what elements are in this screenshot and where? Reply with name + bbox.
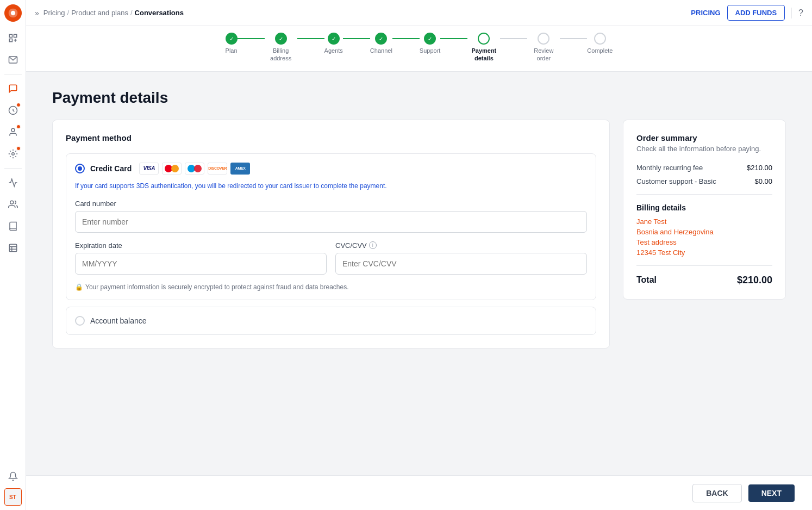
step-payment: Payment details <box>467 33 500 63</box>
connector-6 <box>500 38 527 39</box>
maestro-icon <box>185 163 204 175</box>
help-icon[interactable]: ? <box>798 8 803 18</box>
3ds-note: If your card supports 3DS authentication… <box>75 181 587 191</box>
svg-point-11 <box>10 201 13 204</box>
step-label-billing: Billing address <box>265 47 297 63</box>
step-plan: ✓ Plan <box>226 33 238 54</box>
step-label-review: Review order <box>527 47 560 63</box>
account-balance-label: Account balance <box>90 316 147 325</box>
step-label-agents: Agents <box>324 47 343 54</box>
credit-card-radio[interactable] <box>75 164 85 173</box>
connector-4 <box>392 38 420 39</box>
account-balance-radio[interactable] <box>75 316 85 326</box>
connector-5 <box>440 38 467 39</box>
add-funds-button[interactable]: ADD FUNDS <box>727 5 785 21</box>
card-number-label: Card number <box>75 200 587 208</box>
card-number-group: Card number <box>75 200 587 233</box>
account-balance-option[interactable]: Account balance <box>66 307 596 335</box>
breadcrumb-sep2: / <box>130 9 133 17</box>
sidebar-item-settings[interactable] <box>3 144 23 164</box>
step-circle-payment <box>478 33 490 45</box>
credit-card-option: Credit Card VISA DISCOVER <box>66 153 596 300</box>
svg-rect-4 <box>9 39 12 42</box>
pricing-link[interactable]: PRICING <box>691 9 720 17</box>
sidebar-item-apps[interactable] <box>3 28 23 48</box>
step-complete: Complete <box>587 33 613 54</box>
order-line-fee: Monthly recurring fee $210.00 <box>636 164 772 172</box>
billing-details-title: Billing details <box>636 203 772 212</box>
line-3 <box>343 38 370 39</box>
step-billing: ✓ Billing address <box>265 33 297 63</box>
sidebar-item-book[interactable] <box>3 216 23 236</box>
step-circle-agents: ✓ <box>328 33 340 45</box>
order-line-fee-amount: $210.00 <box>747 164 772 172</box>
step-circle-plan: ✓ <box>226 33 238 45</box>
badge-dot <box>16 103 21 107</box>
total-row: Total $210.00 <box>636 275 772 286</box>
payment-method-card: Payment method Credit Card VISA <box>52 120 610 349</box>
connector-1 <box>238 38 265 39</box>
order-summary-title: Order summary <box>636 133 772 142</box>
credit-card-label: Credit Card <box>90 164 132 173</box>
connector-3 <box>343 38 370 39</box>
expand-icon[interactable]: » <box>35 9 39 17</box>
user-avatar[interactable]: ST <box>4 488 22 506</box>
step-label-plan: Plan <box>226 47 238 54</box>
cvc-input[interactable] <box>335 253 587 275</box>
credit-card-header: Credit Card VISA DISCOVER <box>75 163 587 175</box>
breadcrumb-sep1: / <box>67 9 70 17</box>
order-divider-2 <box>636 265 772 266</box>
sidebar-item-reports[interactable] <box>3 101 23 120</box>
cvc-group: CVC/CVV i <box>335 241 587 275</box>
sidebar-item-analytics[interactable] <box>3 173 23 192</box>
mc-right <box>171 165 179 172</box>
sidebar-item-contacts[interactable] <box>3 122 23 142</box>
billing-city: 12345 Test City <box>636 248 772 257</box>
step-circle-support: ✓ <box>424 33 436 45</box>
svg-point-1 <box>10 11 15 15</box>
main-container: » Pricing / Product and plans / Conversa… <box>26 0 812 510</box>
billing-country: Bosnia and Herzegovina <box>636 228 772 236</box>
sidebar-notifications[interactable] <box>3 467 23 486</box>
order-divider-1 <box>636 194 772 195</box>
page-title: Payment details <box>52 89 786 107</box>
order-line-fee-label: Monthly recurring fee <box>636 164 703 172</box>
step-agents: ✓ Agents <box>324 33 343 54</box>
expiry-cvc-row: Expiration date CVC/CVV i <box>75 241 587 275</box>
step-label-support: Support <box>420 47 441 54</box>
app-logo[interactable] <box>4 4 22 22</box>
mastercard-icon <box>162 163 182 175</box>
step-support: ✓ Support <box>420 33 441 54</box>
cvc-label: CVC/CVV <box>335 241 367 250</box>
billing-address: Test address <box>636 238 772 246</box>
breadcrumb-part2[interactable]: Product and plans <box>71 9 128 17</box>
expiry-input[interactable] <box>75 253 327 275</box>
connector-2 <box>297 38 324 39</box>
next-button[interactable]: NEXT <box>748 484 795 502</box>
step-circle-billing: ✓ <box>275 33 287 45</box>
svg-rect-2 <box>9 34 12 37</box>
visa-icon: VISA <box>139 163 159 175</box>
total-label: Total <box>636 275 657 285</box>
breadcrumb-part1[interactable]: Pricing <box>43 9 65 17</box>
connector-7 <box>560 38 587 39</box>
security-note: 🔒 Your payment information is securely e… <box>75 283 587 291</box>
order-line-support-label: Customer support - Basic <box>636 177 716 185</box>
radio-inner <box>78 166 82 171</box>
step-review: Review order <box>527 33 560 63</box>
cvc-info-icon[interactable]: i <box>369 241 377 249</box>
breadcrumb: Pricing / Product and plans / Conversati… <box>43 9 184 17</box>
sidebar-item-team[interactable] <box>3 195 23 214</box>
discover-icon: DISCOVER <box>208 163 227 175</box>
step-circle-channel: ✓ <box>375 33 387 45</box>
svg-rect-3 <box>14 34 16 37</box>
order-line-support: Customer support - Basic $0.00 <box>636 177 772 185</box>
sidebar-item-inbox[interactable] <box>3 50 23 70</box>
sidebar-item-conversations[interactable] <box>3 79 23 98</box>
step-label-complete: Complete <box>587 47 613 54</box>
sidebar-item-table[interactable] <box>3 238 23 258</box>
back-button[interactable]: BACK <box>692 484 741 502</box>
card-number-input[interactable] <box>75 211 587 233</box>
line-4 <box>392 38 420 39</box>
page-body: Payment details Payment method Credit Ca… <box>26 72 812 475</box>
